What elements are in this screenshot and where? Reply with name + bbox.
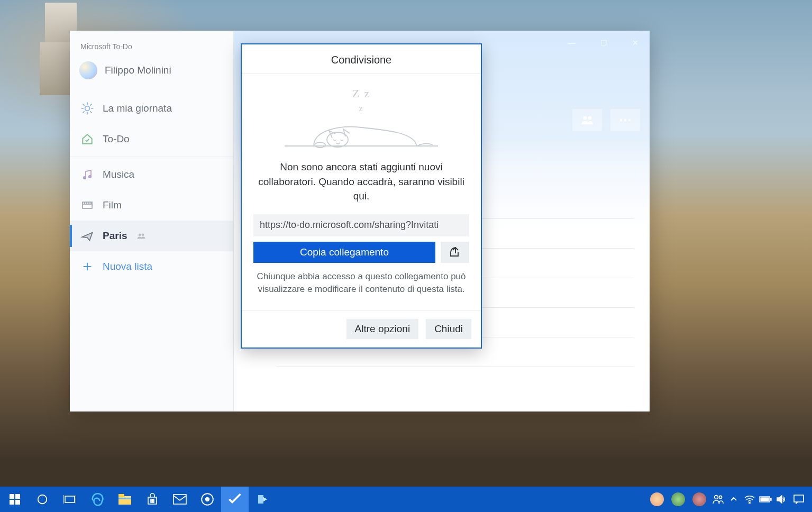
share-arrow-icon bbox=[449, 246, 461, 258]
svg-rect-43 bbox=[151, 501, 152, 503]
avatar bbox=[79, 61, 97, 79]
svg-point-22 bbox=[588, 116, 592, 120]
list-more-button[interactable] bbox=[610, 109, 640, 131]
close-window-button[interactable]: ✕ bbox=[626, 36, 644, 50]
sidebar-item-film[interactable]: Film bbox=[70, 190, 233, 221]
profile-section[interactable]: Filippo Molinini bbox=[70, 56, 233, 91]
svg-rect-38 bbox=[118, 496, 131, 505]
sidebar-item-musica[interactable]: Musica bbox=[70, 159, 233, 190]
svg-rect-55 bbox=[794, 495, 804, 502]
taskbar bbox=[0, 487, 812, 512]
svg-line-5 bbox=[83, 104, 84, 105]
svg-point-49 bbox=[715, 496, 718, 499]
task-view-button[interactable] bbox=[56, 487, 84, 512]
svg-point-0 bbox=[85, 106, 90, 111]
more-options-button[interactable]: Altre opzioni bbox=[346, 319, 419, 339]
tray-volume-icon[interactable] bbox=[774, 487, 789, 512]
svg-rect-41 bbox=[151, 499, 152, 501]
sidebar-item-my-day[interactable]: La mia giornata bbox=[70, 93, 233, 124]
cortana-button[interactable] bbox=[29, 487, 56, 512]
svg-point-17 bbox=[139, 234, 141, 236]
svg-rect-32 bbox=[10, 500, 14, 505]
share-link-field[interactable] bbox=[253, 214, 469, 236]
start-button[interactable] bbox=[1, 487, 29, 512]
svg-point-18 bbox=[142, 234, 144, 236]
svg-point-24 bbox=[624, 119, 626, 121]
svg-rect-33 bbox=[15, 500, 20, 505]
sidebar-item-label: Film bbox=[103, 199, 122, 211]
airplane-icon bbox=[80, 229, 94, 243]
taskbar-mail[interactable] bbox=[166, 487, 194, 512]
sidebar-item-label: Musica bbox=[103, 169, 134, 180]
svg-point-27 bbox=[327, 132, 348, 147]
svg-rect-44 bbox=[153, 501, 154, 503]
profile-name: Filippo Molinini bbox=[105, 65, 171, 76]
svg-point-10 bbox=[89, 176, 91, 178]
svg-rect-40 bbox=[118, 498, 131, 499]
share-permission-note: Chiunque abbia accesso a questo collegam… bbox=[253, 263, 469, 306]
svg-rect-54 bbox=[761, 498, 769, 501]
shared-icon bbox=[136, 232, 146, 240]
svg-rect-30 bbox=[10, 494, 14, 499]
svg-rect-45 bbox=[174, 495, 186, 504]
svg-point-51 bbox=[749, 502, 750, 504]
tray-contact-3[interactable] bbox=[692, 492, 706, 506]
share-modal: Condivisione Z zz Non sono ancora stati … bbox=[241, 43, 482, 349]
list-header-actions bbox=[572, 109, 640, 131]
tray-chevron-up-icon[interactable] bbox=[726, 487, 741, 512]
tray-contact-1[interactable] bbox=[650, 492, 664, 506]
svg-rect-42 bbox=[153, 499, 154, 501]
svg-point-25 bbox=[628, 119, 631, 121]
plus-icon bbox=[80, 260, 94, 273]
home-check-icon bbox=[80, 132, 94, 146]
svg-line-7 bbox=[83, 112, 84, 113]
svg-point-50 bbox=[719, 496, 722, 498]
taskbar-app[interactable] bbox=[249, 487, 276, 512]
tray-battery-icon[interactable] bbox=[758, 487, 773, 512]
svg-line-6 bbox=[90, 112, 92, 113]
minimize-button[interactable]: — bbox=[563, 36, 581, 50]
share-external-button[interactable] bbox=[441, 242, 469, 263]
taskbar-store[interactable] bbox=[139, 487, 166, 512]
new-list-button[interactable]: Nuova lista bbox=[70, 251, 233, 282]
sleeping-cat-illustration: Z zz bbox=[253, 84, 469, 157]
svg-line-8 bbox=[90, 104, 92, 105]
taskbar-groove[interactable] bbox=[194, 487, 221, 512]
taskbar-explorer[interactable] bbox=[111, 487, 139, 512]
window-controls: — ☐ ✕ bbox=[563, 36, 644, 50]
copy-link-button[interactable]: Copia collegamento bbox=[253, 242, 435, 263]
tray-wifi-icon[interactable] bbox=[742, 487, 757, 512]
sidebar-item-todo[interactable]: To-Do bbox=[70, 124, 233, 154]
svg-point-34 bbox=[38, 495, 47, 504]
taskbar-edge[interactable] bbox=[84, 487, 111, 512]
sun-icon bbox=[80, 102, 94, 115]
app-window: Microsoft To-Do Filippo Molinini La mia … bbox=[70, 31, 650, 412]
svg-point-21 bbox=[583, 116, 587, 120]
share-list-button[interactable] bbox=[572, 109, 602, 131]
svg-rect-31 bbox=[15, 494, 20, 499]
svg-point-48 bbox=[207, 499, 208, 500]
svg-point-9 bbox=[84, 177, 86, 179]
svg-rect-53 bbox=[770, 498, 771, 500]
sidebar-item-paris[interactable]: Paris bbox=[70, 221, 233, 251]
maximize-button[interactable]: ☐ bbox=[595, 36, 613, 50]
tray-contact-2[interactable] bbox=[671, 492, 685, 506]
music-icon bbox=[80, 168, 94, 181]
close-modal-button[interactable]: Chiudi bbox=[426, 319, 471, 339]
svg-rect-39 bbox=[118, 494, 124, 497]
svg-rect-35 bbox=[65, 496, 75, 502]
people-bar-icon[interactable] bbox=[710, 487, 725, 512]
taskbar-todo-active[interactable] bbox=[221, 487, 249, 512]
modal-title: Condivisione bbox=[242, 44, 481, 74]
sidebar-item-label: To-Do bbox=[103, 133, 130, 145]
divider bbox=[70, 157, 233, 157]
sidebar: Microsoft To-Do Filippo Molinini La mia … bbox=[70, 31, 234, 412]
zzz-icon: Z zz bbox=[253, 87, 469, 114]
sidebar-item-label: Paris bbox=[103, 230, 127, 242]
film-icon bbox=[80, 198, 94, 212]
empty-collaborators-message: Non sono ancora stati aggiunti nuovi col… bbox=[253, 157, 469, 214]
svg-point-23 bbox=[620, 119, 622, 121]
tray-action-center-icon[interactable] bbox=[790, 487, 808, 512]
new-list-label: Nuova lista bbox=[103, 261, 152, 272]
sidebar-item-label: La mia giornata bbox=[103, 103, 172, 114]
